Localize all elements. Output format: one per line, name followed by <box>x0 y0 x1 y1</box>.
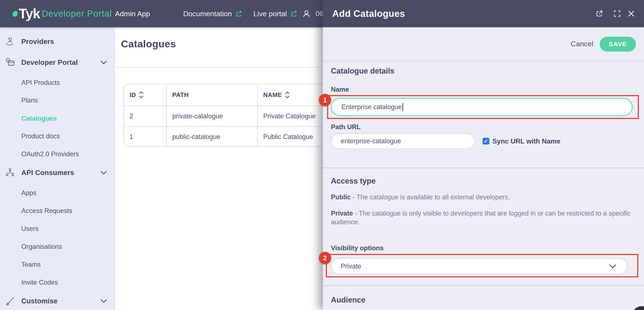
user-count-badge: 06 <box>316 10 324 18</box>
sidebar-item-label: Customise <box>21 297 58 305</box>
private-desc: - The catalogue is only visible to devel… <box>331 210 630 226</box>
table-row-cell-path[interactable]: public-catalogue <box>167 126 258 147</box>
private-term: Private <box>331 210 353 217</box>
documentation-label: Documentation <box>183 10 232 18</box>
svg-text:</>: </> <box>10 63 13 65</box>
sidebar-item-label: API Consumers <box>21 169 74 177</box>
sidebar-item-label: Teams <box>21 261 41 268</box>
cancel-button[interactable]: Cancel <box>571 40 593 48</box>
external-link-icon <box>290 10 297 17</box>
sidebar-item-catalogues[interactable]: Catalogues <box>0 112 115 125</box>
access-type-heading: Access type <box>331 177 376 185</box>
sidebar-item-label: Providers <box>21 38 54 46</box>
sidebar-item-providers[interactable]: Providers <box>0 35 115 48</box>
catalogue-details-heading: Catalogue details <box>331 67 394 76</box>
close-icon[interactable] <box>627 9 636 18</box>
api-consumers-icon <box>5 168 15 178</box>
sidebar-item-organisations[interactable]: Organisations <box>0 240 115 253</box>
sync-url-checkbox[interactable] <box>482 138 490 145</box>
developer-portal-icon: </> <box>5 58 15 67</box>
path-url-input[interactable]: enterprise-catalogue <box>331 133 475 149</box>
text-cursor <box>402 103 403 111</box>
sidebar-item-label: Developer Portal <box>21 58 78 67</box>
fullscreen-icon[interactable] <box>613 9 622 18</box>
name-input-value: Enterprise catalogue <box>342 103 402 111</box>
visibility-options-label: Visibility options <box>331 244 384 252</box>
annotation-badge-2: 2 <box>319 252 331 264</box>
sidebar-item-label: OAuth2.0 Providers <box>21 150 79 158</box>
section-divider <box>323 285 644 286</box>
name-input[interactable]: Enterprise catalogue <box>331 98 632 116</box>
sort-icon <box>139 91 144 99</box>
cell-value: private-catalogue <box>172 112 223 120</box>
drawer-title: Add Catalogues <box>332 8 405 19</box>
app-root: Tyk Developer Portal Admin App Documenta… <box>0 0 644 310</box>
sidebar-item-label: Plans <box>21 97 38 104</box>
live-portal-label: Live portal <box>254 10 287 18</box>
page-title: Catalogues <box>121 38 176 50</box>
cell-value: Private Catalogue <box>263 112 316 120</box>
sidebar-item-api-consumers[interactable]: API Consumers <box>0 166 115 179</box>
open-in-new-window-icon[interactable] <box>595 9 604 18</box>
save-button[interactable]: SAVE <box>600 37 636 52</box>
catalogues-table: ID PATH NAME 2 private-catalogue Private… <box>124 84 336 147</box>
chevron-down-icon <box>100 61 107 64</box>
customise-icon <box>5 296 15 306</box>
path-input-value: enterprise-catalogue <box>341 137 401 145</box>
path-url-label: Path URL <box>331 123 361 131</box>
section-divider <box>323 168 644 168</box>
table-row-cell-path[interactable]: private-catalogue <box>167 106 258 126</box>
name-label: Name <box>331 86 349 93</box>
sidebar-item-customise[interactable]: Customise <box>0 294 115 308</box>
sidebar-item-users[interactable]: Users <box>0 222 115 236</box>
public-access-description: Public - The catalogue is available to a… <box>331 193 639 201</box>
sort-icon <box>285 91 290 99</box>
chevron-down-icon <box>609 264 616 268</box>
drawer-toolbar <box>323 27 644 61</box>
providers-icon <box>5 37 15 47</box>
sidebar-nav: Providers </> Developer Portal API Produ… <box>0 27 115 310</box>
cell-value: Public Catalogue <box>263 133 313 141</box>
chevron-down-icon <box>100 171 107 175</box>
sidebar-item-label: Invite Codes <box>21 279 58 286</box>
table-header-id[interactable]: ID <box>124 84 167 106</box>
sidebar-item-label-active: Catalogues <box>21 115 57 122</box>
sidebar-item-access-requests[interactable]: Access Requests <box>0 204 115 218</box>
documentation-link[interactable]: Documentation <box>183 10 242 18</box>
audience-heading: Audience <box>331 295 366 304</box>
sidebar-item-invite-codes[interactable]: Invite Codes <box>0 276 115 289</box>
sidebar-item-teams[interactable]: Teams <box>0 258 115 271</box>
logo-product: Developer Portal <box>42 9 112 19</box>
sidebar-item-label: Apps <box>21 189 36 197</box>
add-catalogues-drawer: Add Catalogues Cancel SAVE Catalogue det… <box>323 0 644 310</box>
sidebar-item-apps[interactable]: Apps <box>0 186 115 200</box>
sync-url-label: Sync URL with Name <box>492 137 560 145</box>
logo-app-label: Admin App <box>115 10 150 18</box>
cell-value: 1 <box>130 133 133 141</box>
cell-value: public-catalogue <box>172 133 220 141</box>
chevron-down-icon <box>100 299 107 303</box>
table-row-cell-id[interactable]: 1 <box>124 126 167 147</box>
sidebar-item-api-products[interactable]: API Products <box>0 76 115 90</box>
live-portal-link[interactable]: Live portal <box>254 10 297 18</box>
visibility-select[interactable]: Private <box>331 258 628 274</box>
sidebar-item-plans[interactable]: Plans <box>0 94 115 107</box>
cell-value: 2 <box>130 112 133 120</box>
logo-brand: Tyk <box>19 6 40 22</box>
sidebar-item-oauth-providers[interactable]: OAuth2.0 Providers <box>0 147 115 161</box>
header-label: NAME <box>263 92 282 99</box>
public-term: Public <box>331 193 351 201</box>
table-header-path[interactable]: PATH <box>167 84 258 106</box>
external-link-icon <box>235 10 242 17</box>
sidebar-item-label: API Products <box>21 79 60 87</box>
sidebar-item-label: Users <box>21 225 38 233</box>
visibility-selected-value: Private <box>341 262 361 270</box>
sidebar-item-developer-portal[interactable]: </> Developer Portal <box>0 56 115 69</box>
private-access-description: Private - The catalogue is only visible … <box>331 209 639 226</box>
public-desc: - The catalogue is available to all exte… <box>353 193 510 201</box>
sidebar-item-product-docs[interactable]: Product docs <box>0 129 115 143</box>
table-row-cell-id[interactable]: 2 <box>124 106 167 126</box>
sidebar-item-label: Product docs <box>21 132 60 140</box>
user-profile-icon[interactable] <box>302 9 311 18</box>
header-label: ID <box>130 92 136 99</box>
